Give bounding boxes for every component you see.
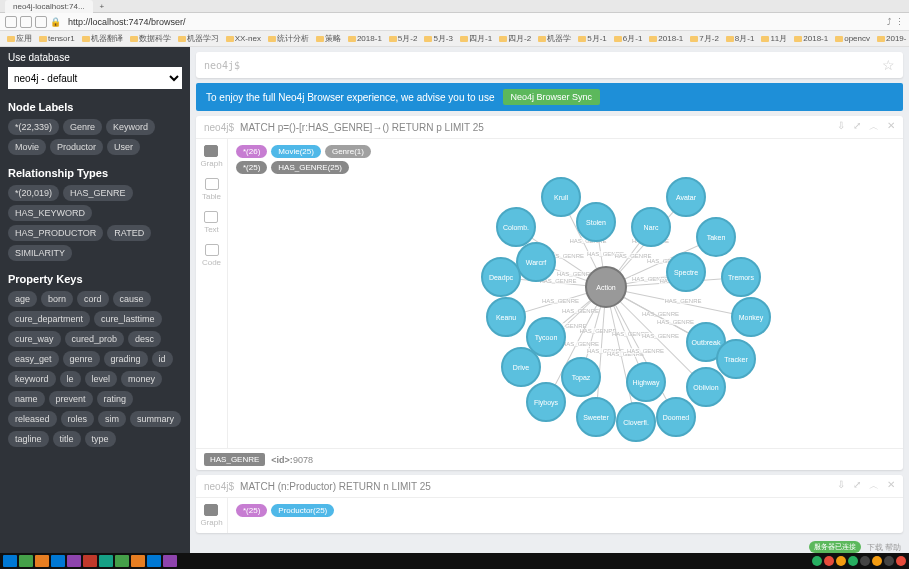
graph-canvas[interactable]: HAS_GENREHAS_GENREHAS_GENREHAS_GENREHAS_… <box>236 177 895 442</box>
label-pill[interactable]: le <box>60 371 81 387</box>
label-pill[interactable]: genre <box>63 351 100 367</box>
taskbar-app[interactable] <box>51 555 65 567</box>
reload-icon[interactable] <box>35 16 47 28</box>
tray-icon[interactable] <box>836 556 846 566</box>
graph-node[interactable]: Topaz <box>561 357 601 397</box>
bottom-links[interactable]: 下载 帮助 <box>867 542 901 553</box>
graph-node[interactable]: Colomb. <box>496 207 536 247</box>
label-pill[interactable]: born <box>41 291 73 307</box>
label-pill[interactable]: cord <box>77 291 109 307</box>
tray-icon[interactable] <box>860 556 870 566</box>
bookmark-item[interactable]: opencv <box>833 34 872 43</box>
label-pill[interactable]: summary <box>130 411 181 427</box>
tray-icon[interactable] <box>884 556 894 566</box>
label-pill[interactable]: cure_lasttime <box>94 311 162 327</box>
label-pill[interactable]: grading <box>104 351 148 367</box>
label-pill[interactable]: sim <box>98 411 126 427</box>
viz-tab-graph[interactable]: Graph <box>200 145 222 168</box>
viz-tab-table[interactable]: Table <box>202 178 221 201</box>
bookmark-item[interactable]: 机器学 <box>536 33 573 44</box>
label-pill[interactable]: desc <box>128 331 161 347</box>
viz-tab-code[interactable]: Code <box>202 244 221 267</box>
label-pill[interactable]: Keyword <box>106 119 155 135</box>
graph-node-center[interactable]: Action <box>585 266 627 308</box>
label-pill[interactable]: HAS_PRODUCTOR <box>8 225 103 241</box>
graph-node[interactable]: Narc <box>631 207 671 247</box>
rel-tag[interactable]: HAS_GENRE <box>204 453 265 466</box>
node-tag[interactable]: Movie(25) <box>271 145 321 158</box>
label-pill[interactable]: RATED <box>107 225 151 241</box>
label-pill[interactable]: name <box>8 391 45 407</box>
taskbar-app[interactable] <box>115 555 129 567</box>
graph-node[interactable]: Highway <box>626 362 666 402</box>
label-pill[interactable]: money <box>121 371 162 387</box>
bookmark-item[interactable]: 5月-3 <box>422 33 455 44</box>
back-icon[interactable] <box>5 16 17 28</box>
label-pill[interactable]: level <box>85 371 118 387</box>
graph-node[interactable]: Sweeter <box>576 397 616 437</box>
collapse-icon[interactable]: ︿ <box>869 120 879 134</box>
graph-node[interactable]: Cloverfi. <box>616 402 656 442</box>
taskbar-app[interactable] <box>19 555 33 567</box>
label-pill[interactable]: *(22,339) <box>8 119 59 135</box>
sync-button[interactable]: Neo4j Browser Sync <box>503 89 601 105</box>
bookmark-item[interactable]: 2018-1 <box>792 34 830 43</box>
graph-node[interactable]: Stolen <box>576 202 616 242</box>
graph-node[interactable]: Oblivion <box>686 367 726 407</box>
bookmark-item[interactable]: 机器翻译 <box>80 33 125 44</box>
taskbar-app[interactable] <box>163 555 177 567</box>
node-tag[interactable]: *(26) <box>236 145 267 158</box>
forward-icon[interactable] <box>20 16 32 28</box>
bookmark-item[interactable]: 统计分析 <box>266 33 311 44</box>
graph-node[interactable]: Spectre <box>666 252 706 292</box>
graph-node[interactable]: Krull <box>541 177 581 217</box>
db-select[interactable]: neo4j - default <box>8 67 182 89</box>
bookmark-item[interactable]: 5月-2 <box>387 33 420 44</box>
label-pill[interactable]: cure_way <box>8 331 61 347</box>
bookmark-item[interactable]: 8月-1 <box>724 33 757 44</box>
viz-tab-graph[interactable]: Graph <box>200 504 222 527</box>
graph-node[interactable]: Tracker <box>716 339 756 379</box>
label-pill[interactable]: keyword <box>8 371 56 387</box>
graph-node[interactable]: Taken <box>696 217 736 257</box>
bookmark-item[interactable]: 数据科学 <box>128 33 173 44</box>
label-pill[interactable]: SIMILARITY <box>8 245 72 261</box>
favorite-icon[interactable]: ☆ <box>882 57 895 73</box>
close-icon[interactable]: ✕ <box>887 479 895 493</box>
expand-icon[interactable]: ⤢ <box>853 120 861 134</box>
graph-node[interactable]: Monkey <box>731 297 771 337</box>
label-pill[interactable]: prevent <box>49 391 93 407</box>
label-pill[interactable]: rating <box>97 391 134 407</box>
label-pill[interactable]: type <box>85 431 116 447</box>
label-pill[interactable]: tagline <box>8 431 49 447</box>
label-pill[interactable]: cure_department <box>8 311 90 327</box>
bookmark-item[interactable]: 策略 <box>314 33 343 44</box>
collapse-icon[interactable]: ︿ <box>869 479 879 493</box>
label-pill[interactable]: HAS_GENRE <box>63 185 133 201</box>
new-tab-button[interactable]: + <box>95 2 110 11</box>
viz-tab-text[interactable]: Text <box>204 211 219 234</box>
label-pill[interactable]: released <box>8 411 57 427</box>
node-tag[interactable]: *(25) <box>236 161 267 174</box>
taskbar-app[interactable] <box>131 555 145 567</box>
label-pill[interactable]: Genre <box>63 119 102 135</box>
label-pill[interactable]: roles <box>61 411 95 427</box>
tray-icon[interactable] <box>824 556 834 566</box>
graph-node[interactable]: Keanu <box>486 297 526 337</box>
graph-node[interactable]: Drive <box>501 347 541 387</box>
node-tag[interactable]: *(25) <box>236 504 267 517</box>
label-pill[interactable]: id <box>152 351 173 367</box>
graph-node[interactable]: Avatar <box>666 177 706 217</box>
query-editor[interactable]: neo4j$ ☆ <box>196 52 903 78</box>
label-pill[interactable]: age <box>8 291 37 307</box>
label-pill[interactable]: easy_get <box>8 351 59 367</box>
taskbar-app[interactable] <box>83 555 97 567</box>
graph-node[interactable]: Doomed <box>656 397 696 437</box>
menu-icon[interactable]: ⋮ <box>895 17 904 27</box>
bookmark-item[interactable]: tensor1 <box>37 34 77 43</box>
label-pill[interactable]: Movie <box>8 139 46 155</box>
pin-icon[interactable]: ⇩ <box>837 479 845 493</box>
bookmark-item[interactable]: 11月 <box>759 33 789 44</box>
bookmark-item[interactable]: XX-nex <box>224 34 263 43</box>
bookmark-item[interactable]: 2018-1 <box>346 34 384 43</box>
